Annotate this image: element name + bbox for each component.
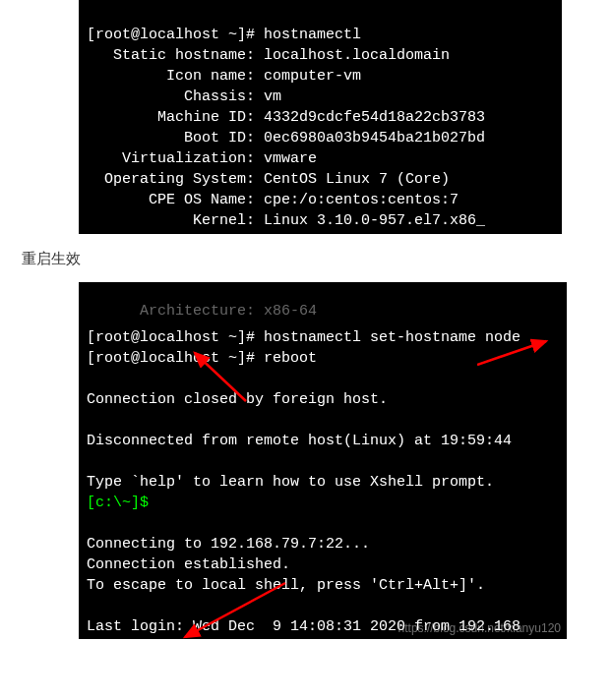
output-line: Architecture: x86-64	[87, 233, 317, 234]
output-line: Connection established.	[87, 556, 290, 573]
output-line: Machine ID: 4332d9cdcfe54d18a22cb3783	[87, 109, 485, 126]
output-line: Boot ID: 0ec6980a03b9454ba21b027bd	[87, 130, 485, 146]
prompt-line: [root@localhost ~]# hostnamectl	[87, 27, 361, 43]
output-line: Icon name: computer-vm	[87, 68, 361, 85]
output-line: Kernel: Linux 3.10.0-957.el7.x86_	[87, 212, 485, 229]
output-line: CPE OS Name: cpe:/o:centos:centos:7	[87, 192, 459, 208]
annotation-arrow-icon	[477, 317, 556, 387]
prompt-line: [root@localhost ~]# hostnamectl set-host…	[87, 329, 520, 346]
terminal-output-hostnamectl: [root@localhost ~]# hostnamectl Static h…	[79, 0, 562, 234]
output-line: Chassis: vm	[87, 88, 281, 105]
output-line: Connecting to 192.168.79.7:22...	[87, 536, 370, 553]
watermark-text: https://blog.csdn.net/xianyu120	[398, 620, 561, 637]
output-line: Operating System: CentOS Linux 7 (Core)	[87, 171, 450, 188]
terminal-output-reboot: Architecture: x86-64 [root@localhost ~]#…	[79, 282, 567, 639]
output-line: To escape to local shell, press 'Ctrl+Al…	[87, 577, 485, 594]
output-line-cut: Architecture: x86-64	[87, 303, 317, 320]
xshell-local-prompt: [c:\~]$	[87, 495, 149, 511]
output-line: Static hostname: localhost.localdomain	[87, 47, 450, 64]
output-line: Virtualization: vmware	[87, 150, 317, 167]
prompt-line: [root@localhost ~]# reboot	[87, 350, 317, 367]
output-line: Disconnected from remote host(Linux) at …	[87, 433, 520, 449]
output-line: Connection closed by foreign host.	[87, 391, 388, 408]
caption-text: 重启生效	[22, 250, 612, 268]
output-line: Type `help' to learn how to use Xshell p…	[87, 474, 494, 491]
